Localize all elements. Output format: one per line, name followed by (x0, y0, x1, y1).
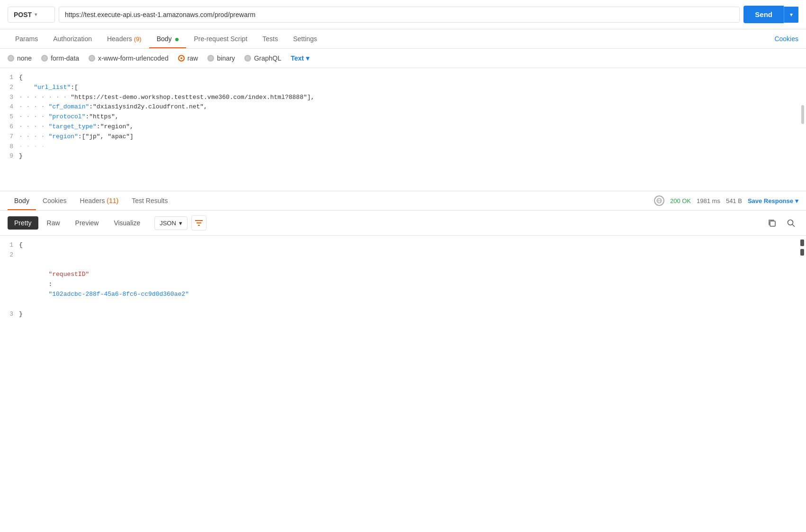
response-time: 1981 ms (697, 197, 720, 204)
urlencoded-radio (89, 55, 95, 62)
body-dot (175, 38, 179, 41)
filter-icon-button[interactable] (191, 215, 206, 231)
raw-radio (178, 55, 185, 62)
editor-scrollbar[interactable] (801, 105, 804, 124)
method-value: POST (14, 11, 32, 18)
tab-params[interactable]: Params (8, 29, 45, 48)
code-line-4: 4 · · · · "cf_domain":"dxias1ysind2y.clo… (0, 102, 806, 112)
json-select-chevron-icon: ▾ (179, 220, 182, 227)
body-graphql-option[interactable]: GraphQL (244, 54, 281, 62)
resp-line-2: 2 "requestID" : "102adcbc-288f-45a6-8fc6… (0, 250, 806, 310)
body-options-bar: none form-data x-www-form-urlencoded raw… (0, 49, 806, 68)
cookies-link[interactable]: Cookies (774, 35, 798, 43)
code-line-7: 7 · · · · "region":["jp", "apac"] (0, 132, 806, 142)
body-form-data-option[interactable]: form-data (41, 54, 79, 62)
code-line-6: 6 · · · · "target_type":"region", (0, 122, 806, 132)
save-response-button[interactable]: Save Response ▾ (748, 197, 798, 204)
text-dropdown-chevron-icon: ▾ (306, 54, 309, 62)
graphql-radio (244, 55, 251, 62)
response-section: Body Cookies Headers (11) Test Results 2… (0, 191, 806, 324)
method-chevron-icon: ▾ (35, 12, 37, 17)
code-line-1: 1 { (0, 73, 806, 83)
fmt-visualize[interactable]: Visualize (107, 216, 147, 230)
body-urlencoded-option[interactable]: x-www-form-urlencoded (89, 54, 169, 62)
headers-badge: (9) (134, 35, 142, 43)
fmt-preview[interactable]: Preview (69, 216, 106, 230)
code-line-9: 9 } (0, 151, 806, 161)
none-radio (8, 55, 14, 62)
response-tabs-row: Body Cookies Headers (11) Test Results 2… (0, 191, 806, 211)
fmt-raw[interactable]: Raw (40, 216, 67, 230)
tab-settings[interactable]: Settings (286, 29, 325, 48)
tab-body[interactable]: Body (149, 29, 187, 48)
tab-headers[interactable]: Headers (9) (99, 29, 149, 48)
request-body-editor[interactable]: 1 { 2 "url_list":[ 3 · · · · · · · "http… (0, 68, 806, 191)
search-button[interactable] (783, 215, 798, 231)
url-input[interactable] (59, 7, 740, 23)
resp-line-1: 1 { (0, 240, 806, 250)
request-tabs: Params Authorization Headers (9) Body Pr… (0, 29, 806, 49)
body-none-option[interactable]: none (8, 54, 32, 62)
response-size: 541 B (726, 197, 742, 204)
resp-tab-cookies[interactable]: Cookies (36, 191, 73, 210)
resp-tab-body[interactable]: Body (8, 191, 36, 210)
tab-pre-request[interactable]: Pre-request Script (186, 29, 255, 48)
url-bar: POST ▾ Send ▾ (0, 0, 806, 29)
form-data-radio (41, 55, 48, 62)
resp-tab-test-results[interactable]: Test Results (125, 191, 174, 210)
response-meta: 200 OK 1981 ms 541 B Save Response ▾ (654, 195, 798, 206)
body-raw-option[interactable]: raw (178, 54, 198, 62)
code-line-8: 8 · · · · (0, 142, 806, 152)
response-format-bar: Pretty Raw Preview Visualize JSON ▾ (0, 211, 806, 236)
resp-line-3: 3 } (0, 310, 806, 319)
text-format-dropdown[interactable]: Text ▾ (291, 54, 309, 62)
code-line-3: 3 · · · · · · · "https://test-demo.works… (0, 93, 806, 103)
resp-format-right (764, 215, 798, 231)
send-button-group: Send ▾ (743, 6, 798, 23)
method-selector[interactable]: POST ▾ (8, 7, 55, 23)
json-format-select[interactable]: JSON ▾ (154, 216, 188, 230)
network-icon (654, 195, 664, 206)
scroll-bottom-indicator (800, 249, 804, 256)
response-body-area: 1 { 2 "requestID" : "102adcbc-288f-45a6-… (0, 236, 806, 324)
binary-radio (207, 55, 214, 62)
tab-authorization[interactable]: Authorization (45, 29, 99, 48)
body-binary-option[interactable]: binary (207, 54, 235, 62)
code-line-2: 2 "url_list":[ (0, 83, 806, 93)
scroll-top-indicator (800, 239, 804, 246)
save-response-chevron-icon: ▾ (795, 197, 798, 204)
resp-tab-headers[interactable]: Headers (11) (73, 191, 125, 210)
copy-button[interactable] (764, 215, 779, 231)
tab-tests[interactable]: Tests (255, 29, 286, 48)
resp-headers-badge: (11) (107, 197, 118, 204)
send-button[interactable]: Send (743, 6, 784, 23)
code-line-5: 5 · · · · "protocol":"https", (0, 112, 806, 122)
fmt-pretty[interactable]: Pretty (8, 216, 38, 230)
response-status: 200 OK (670, 197, 691, 204)
svg-line-8 (793, 225, 795, 227)
svg-rect-6 (770, 221, 775, 226)
svg-point-7 (788, 220, 793, 225)
send-dropdown-button[interactable]: ▾ (784, 7, 798, 23)
